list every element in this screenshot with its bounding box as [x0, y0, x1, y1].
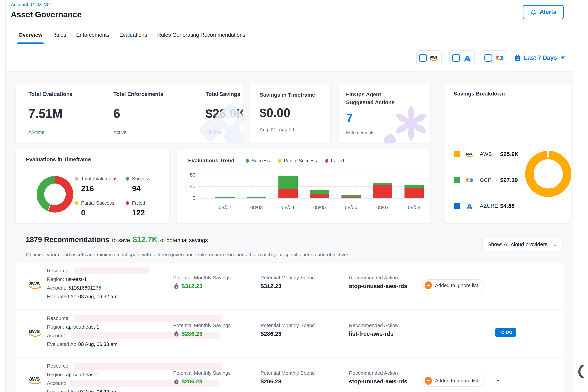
x-axis-tick-label: 08/08 — [402, 204, 426, 210]
legend-value: 216 — [81, 184, 121, 193]
legend-label: Partial Success — [284, 158, 317, 164]
tab-bar: OverviewRulesEnforcementsEvaluationsRule… — [6, 26, 573, 44]
region-value: ap-southeast-1 — [66, 324, 99, 330]
recommendation-row[interactable]: awsResource:Region:us-east-1Account:5116… — [16, 263, 564, 309]
total-evaluations-dot-icon — [75, 177, 78, 181]
provider-filter-aws[interactable]: aws — [416, 50, 442, 65]
success-segment — [404, 185, 424, 188]
region-label: Region: — [47, 276, 64, 282]
date-range-picker[interactable]: Last 7 Days — [514, 50, 565, 65]
cursor-artifact — [577, 365, 585, 381]
tab-evaluations[interactable]: Evaluations — [119, 26, 147, 44]
provider-savings-value: $25.9K — [500, 151, 519, 158]
eval-legend-total-evaluations: Total Evaluations216 — [75, 176, 121, 193]
failed-dot-icon — [325, 159, 328, 163]
svg-text:$: $ — [176, 381, 177, 384]
trend-bar-08-05 — [310, 175, 329, 198]
date-range-label: Last 7 Days — [524, 54, 557, 61]
legend-label: Success — [252, 158, 270, 164]
resource-details: Resource:Region:us-east-1Account:5116168… — [47, 266, 149, 301]
provider-name: GCP — [480, 177, 498, 183]
finops-caption: Enforcements — [346, 130, 423, 136]
resource-label: Resource: — [47, 315, 70, 321]
recommendations-count-word: Recommendations — [44, 236, 109, 244]
savings-in-timeframe-card: Savings in Timeframe $0.00 Aug 02 - Aug … — [250, 83, 330, 142]
svg-text:aws: aws — [430, 55, 437, 60]
success-segment — [373, 183, 392, 185]
svg-text:aws: aws — [29, 375, 40, 382]
stat-caption: All-time — [28, 130, 98, 135]
tab-overview[interactable]: Overview — [18, 26, 42, 44]
ignore-list-pill[interactable]: Added to Ignore list — [422, 280, 484, 291]
recommended-action-column-label: Recommended Action — [349, 322, 398, 328]
card-title: Savings in Timeframe — [260, 92, 321, 98]
tab-enforcements[interactable]: Enforcements — [76, 26, 109, 44]
evaluations-in-timeframe-card: Evaluations in Timeframe Total Evaluatio… — [16, 149, 169, 223]
provider-filter-gcp[interactable] — [482, 50, 507, 65]
trend-legend-success: Success — [246, 158, 270, 164]
aws-logo: aws — [28, 375, 42, 385]
resource-redacted-value — [74, 315, 222, 322]
failed-segment — [310, 194, 329, 198]
potential-monthly-spend-value: $312.23 — [260, 283, 281, 290]
aws-logo: aws — [28, 280, 42, 290]
status-dash: - — [497, 281, 499, 288]
recommendation-row[interactable]: awsResource:Region:ap-southeast-1Account… — [16, 358, 564, 392]
legend-value: 94 — [132, 184, 169, 193]
cloud-provider-filter-dropdown[interactable]: Show: All cloud providers ⌄ — [482, 238, 562, 251]
tab-rules-generating-recommendations[interactable]: Rules Generating Recommendations — [157, 26, 246, 44]
stat-title: Total Savings — [206, 91, 243, 97]
card-title: FinOps Agent Suggested Actions — [346, 91, 410, 106]
partial-success-dot-icon — [75, 201, 78, 205]
recommended-action-value: list-free-aws-rds — [349, 330, 394, 337]
savings-breakdown-donut-chart — [525, 151, 571, 197]
evaluations-trend-card: Evaluations Trend SuccessPartial Success… — [177, 149, 430, 223]
success-segment — [342, 195, 361, 197]
stat-title: Total Evaluations — [28, 91, 98, 97]
savings-in-timeframe-value: $0.00 — [260, 106, 321, 120]
azure-checkbox[interactable] — [452, 54, 460, 62]
legend-label: Failed — [132, 200, 145, 206]
potential-monthly-spend-value: $286.23 — [260, 330, 281, 337]
x-axis-tick-label: 08/04 — [276, 204, 300, 210]
potential-monthly-spend-column-label: Potential Monthly Spend — [260, 275, 315, 281]
tab-rules[interactable]: Rules — [52, 26, 66, 44]
x-axis-tick — [256, 198, 257, 201]
ignore-list-pill[interactable]: Added to Ignore list — [422, 375, 484, 386]
trend-bar-08-03 — [247, 175, 266, 198]
aws-checkbox[interactable] — [419, 54, 427, 62]
region-label: Region: — [47, 372, 64, 378]
recommendations-amount: $12.7K — [133, 235, 158, 244]
calendar-icon — [514, 54, 521, 62]
provider-filter-azure[interactable] — [449, 50, 475, 65]
money-bag-icon: $ — [173, 283, 180, 290]
minus-circle-icon — [425, 281, 432, 290]
stat-total-evaluations: Total Evaluations7.51MAll-time — [16, 91, 98, 134]
diamonds-watermark-icon — [191, 100, 243, 142]
savings-breakdown-card: Savings Breakdown awsAWS$25.9KGCP$97.19A… — [444, 83, 571, 223]
page-title: Asset Governance — [11, 10, 82, 19]
trend-legend-failed: Failed — [325, 158, 344, 164]
x-axis-tick-label: 08/06 — [340, 204, 362, 210]
stat-title: Total Enforcements — [113, 91, 190, 97]
gcp-logo — [495, 54, 504, 61]
recommendations-heading: 1879 Recommendations to save $12.7K of p… — [26, 235, 208, 244]
savings-in-timeframe-caption: Aug 02 - Aug 09 — [260, 127, 321, 132]
recommendations-tail-text: of potential savings — [160, 237, 208, 244]
partial-success-dot-icon — [278, 159, 281, 163]
potential-monthly-savings-column-label: Potential Monthly Savings — [173, 370, 230, 376]
provider-savings-value: $4.88 — [500, 203, 514, 209]
alerts-button[interactable]: Alerts — [523, 5, 564, 19]
breakdown-row-gcp: GCP$97.19 — [454, 176, 518, 184]
gcp-checkbox[interactable] — [484, 54, 492, 62]
eval-legend-partial-success: Partial Success0 — [75, 200, 121, 217]
failed-segment — [404, 188, 424, 198]
evaluated-at-value: 08 Aug, 06:32 am — [78, 294, 118, 300]
account-breadcrumb[interactable]: Account: CCM-NG — [11, 2, 50, 8]
failed-segment — [373, 185, 392, 198]
aws-logo: aws — [464, 151, 475, 157]
alerts-button-label: Alerts — [540, 9, 556, 16]
money-bag-icon: $ — [173, 330, 180, 337]
recommendation-row[interactable]: awsResource:Region:ap-southeast-1Account… — [16, 310, 564, 357]
eval-legend-success: Success94 — [126, 176, 169, 193]
